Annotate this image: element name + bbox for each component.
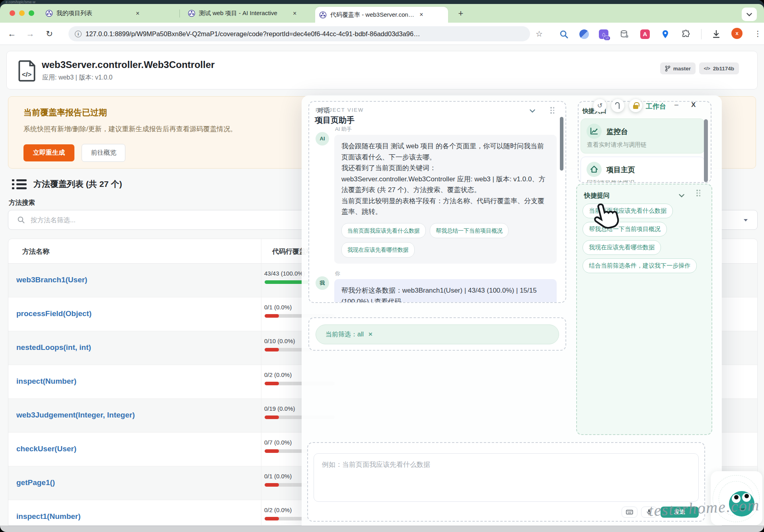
tab-code-coverage-active[interactable]: 代码覆盖率 - web3Server.con… × [315,7,448,23]
ai-suggestion-chip[interactable]: 我现在应该先看哪些数据 [341,242,415,258]
chat-messages: AI AI 助手 我会跟随在项目 测试 web 项目 的各个页面里，你可以随时问… [316,126,557,302]
extensions-puzzle-icon[interactable] [681,29,691,39]
undo-button[interactable]: ↺ [593,99,606,112]
forward-button[interactable]: → [25,28,36,39]
column-header-method-name: 方法名称 [22,247,49,256]
ai-suggestion-chip[interactable]: 当前页面我应该先看什么数据 [341,223,426,239]
ai-suggestion-chip[interactable]: 帮我总结一下当前项目概况 [430,223,509,239]
site-info-icon[interactable]: i [75,31,82,37]
background-window-strip: e.com/topic/sme-w [0,0,764,4]
reload-button[interactable]: ↻ [44,28,55,39]
column-divider [261,239,261,525]
filter-panel: 当前筛选：all × [308,317,566,351]
workbench-minimize-button[interactable]: − [674,101,679,110]
new-tab-button[interactable]: + [455,8,466,19]
tab-search-button[interactable] [742,8,757,21]
chevron-down-icon [746,11,753,18]
tab-title: 代码覆盖率 - web3Server.con… [330,11,414,19]
keyboard-button[interactable] [622,507,637,518]
app-favicon-icon [319,11,327,19]
tab-title: 我的项目列表 [57,10,92,17]
method-name-link[interactable]: nestedLoops(int, int) [16,343,91,352]
commit-badge-label: 2b1174b [713,66,734,72]
undo-icon: ↺ [597,102,602,109]
method-name-link[interactable]: inspect(Number) [16,377,76,386]
method-search-label: 方法搜索 [9,198,35,207]
workbench-scrollbar[interactable] [704,119,708,182]
maximize-window-button[interactable] [29,10,34,16]
download-icon[interactable] [711,29,721,39]
filter-clear-icon[interactable]: × [368,330,372,338]
method-name-link[interactable]: getPage1() [16,478,55,487]
line-coverage-value: 0/1 (0.0%) [264,304,292,311]
ai-paragraph: 我还看到了当前页面的关键词： [341,163,550,174]
filter-chip-label: 当前筛选：all [325,330,364,339]
pin-extension-icon[interactable] [661,29,670,39]
background-url-text: e.com/topic/sme-w [6,0,35,4]
collapse-chevron-icon[interactable] [678,192,685,199]
project-home-card[interactable]: 项目主页 回到项目整体概况 [581,157,705,183]
quick-question-button[interactable]: 结合当前筛选条件，建议我下一步操作 [583,258,697,273]
swirl-extension-icon[interactable] [579,29,589,39]
home-extension-icon[interactable]: ⌂10 [599,29,608,39]
user-sender-label: 你 [334,270,557,277]
composer-panel: 发送 [307,442,705,522]
ai-paragraph: web3Server.controller.Web3Controller 应用:… [341,174,550,196]
keyboard-icon [626,510,633,515]
method-name-link[interactable]: checkUser(User) [16,445,76,453]
branch-badge: master [660,62,696,74]
profile-avatar[interactable]: x [731,28,743,39]
regenerate-report-button[interactable]: 立即重生成 [23,144,74,161]
assistant-title: 项目页助手 [315,115,355,126]
database-extension-icon[interactable] [620,29,629,39]
search-extension-icon[interactable] [559,29,569,39]
method-name-link[interactable]: inspect1(Number) [16,512,81,521]
chat-scrollbar[interactable] [560,117,563,171]
method-name-link[interactable]: web3Branch1(User) [16,276,87,284]
close-window-button[interactable] [10,10,15,16]
ai-paragraph: 我会跟随在项目 测试 web 项目 的各个页面里，你可以随时问我当前页面该看什么… [341,141,550,163]
chat-input[interactable] [314,453,699,502]
user-message: 我 你 帮我分析这条数据：web3Branch1(User) | 43/43 (… [316,270,557,302]
tab-close-icon[interactable]: × [418,11,425,18]
tab-my-projects[interactable]: 我的项目列表 × [41,4,145,23]
drag-handle-icon[interactable] [696,190,701,196]
monitor-card[interactable]: 监控台 查看实时请求与调用链 [581,118,705,153]
hook-button[interactable] [611,99,624,112]
assistant-chat-panel: 对话 PROJECT VIEW 项目页助手 AI AI 助手 我会跟随在项目 测… [308,101,566,303]
workbench-close-button[interactable]: X [691,101,696,109]
line-coverage-value: 0/7 (0.0%) [264,439,292,446]
translate-extension-icon[interactable]: A [640,29,650,39]
user-message-bubble: 帮我分析这条数据：web3Branch1(User) | 43/43 (100.… [334,279,557,302]
method-list-title: 方法覆盖列表 (共 27 个) [33,179,122,190]
app-favicon-icon [188,10,195,17]
ai-paragraph: 当前页里比较明显的表格字段有：方法名称、代码行覆盖率、分支覆盖率、跳转。 [341,196,550,217]
address-bar[interactable]: i 127.0.0.1:8899/p/W9MPa50Bxn8eV-Q2maP1/… [68,26,530,41]
method-name-link[interactable]: processField(Object) [16,309,92,318]
collapse-chevron-icon[interactable] [529,107,536,115]
method-name-link[interactable]: web3Judgement(Integer, Integer) [16,411,135,419]
lock-button[interactable] [629,99,642,112]
line-coverage-value: 0/19 (0.0%) [264,405,295,412]
workbench-panel: 快捷入口 监控台 查看实时请求与调用链 项目主页 回到项目整体概况 [578,101,711,183]
tab-test-web-project[interactable]: 测试 web 项目 - AI Interactive × [184,4,302,23]
monitor-card-desc: 查看实时请求与调用链 [587,141,647,149]
line-coverage-value: 0/2 (0.0%) [264,507,292,513]
ai-message-text: 我会跟随在项目 测试 web 项目 的各个页面里，你可以随时问我当前页面该看什么… [341,141,550,217]
ai-suggestion-chips: 当前页面我应该先看什么数据帮我总结一下当前项目概况我现在应该先看哪些数据 [341,223,550,258]
quick-question-button[interactable]: 我现在应该先看哪些数据 [583,240,661,255]
minimize-window-button[interactable] [19,10,25,16]
back-button[interactable]: ← [6,28,18,39]
status-select-chevron-icon[interactable] [743,218,748,223]
go-overview-button[interactable]: 前往概览 [82,144,125,162]
bookmark-star-icon[interactable]: ☆ [536,29,543,39]
line-coverage-value: 0/1 (0.0%) [264,473,292,480]
workbench-title: 工作台 [646,102,666,111]
drag-handle-icon[interactable] [550,107,555,114]
tab-close-icon[interactable]: × [291,10,298,17]
browser-menu-icon[interactable]: ⋮ [754,29,762,39]
browser-tab-strip: 我的项目列表 × 测试 web 项目 - AI Interactive × 代码… [0,4,764,23]
screen: e.com/topic/sme-w 我的项目列表 × 测试 web 项目 - A… [0,0,764,532]
current-filter-chip: 当前筛选：all × [316,324,559,344]
tab-close-icon[interactable]: × [134,10,141,17]
